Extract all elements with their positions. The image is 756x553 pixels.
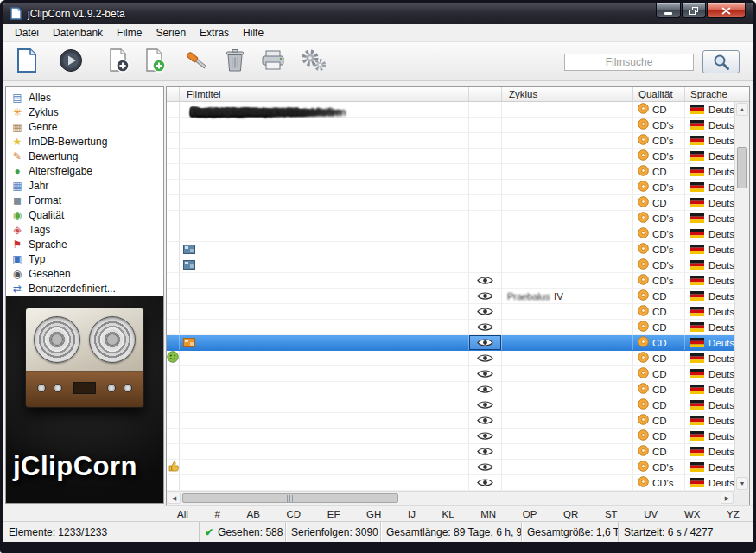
table-row[interactable]: Hank to knight CD's Deutsch: [167, 180, 749, 195]
sidebar-item-jahr[interactable]: ▦Jahr: [6, 178, 163, 193]
header-score[interactable]: [167, 87, 180, 101]
alphabet-filter-op[interactable]: OP: [520, 509, 540, 519]
header-viewed[interactable]: [469, 87, 502, 101]
sidebar-item-sprache[interactable]: ⚑Sprache: [6, 237, 163, 251]
search-input[interactable]: [564, 54, 694, 71]
alphabet-filter-gh[interactable]: GH: [364, 509, 384, 519]
table-row[interactable]: Uhr, Und Stinkreises CD Deutsch: [167, 397, 749, 413]
search-button[interactable]: [702, 50, 740, 73]
menu-hilfe[interactable]: Hilfe: [236, 25, 270, 41]
alphabet-filter-ij[interactable]: IJ: [405, 509, 418, 519]
sidebar-item-format[interactable]: ◼Format: [6, 193, 163, 207]
sidebar-item-label: Gesehen: [29, 268, 71, 280]
alphabet-filter-ab[interactable]: AB: [244, 509, 262, 519]
vertical-scroll-thumb[interactable]: [737, 147, 747, 188]
scroll-down-arrow-icon[interactable]: ▼: [736, 477, 748, 490]
table-row[interactable]: Plumpa Croft, Der gravblikansith CD Deut…: [167, 413, 749, 429]
sidebar-item-zyklus[interactable]: ✳Zyklus: [6, 105, 163, 119]
sidebar-item-tags[interactable]: ◈Tags: [6, 222, 163, 237]
header-sprache[interactable]: Sprache: [685, 87, 749, 101]
quality-value: CD: [652, 431, 667, 442]
table-row[interactable]: Cer Traume CD Deutsch: [167, 335, 749, 351]
alphabet-filter-wx[interactable]: WX: [682, 509, 703, 519]
horizontal-scrollbar[interactable]: ◀ ▶: [167, 491, 734, 505]
menu-datei[interactable]: Datei: [8, 25, 46, 41]
sidebar-item-bewertung[interactable]: ✎Bewertung: [6, 149, 163, 163]
zyklus-cell: [502, 397, 633, 412]
table-row[interactable]: Le vis CD Deutsch: [167, 351, 749, 366]
menu-extras[interactable]: Extras: [193, 25, 236, 41]
cd-quality-icon: [638, 413, 649, 428]
export-button[interactable]: [257, 45, 289, 78]
close-button[interactable]: [707, 3, 746, 18]
quality-value: CD's: [652, 182, 674, 193]
table-row[interactable]: Trauen CD Deutsch: [167, 164, 749, 180]
sidebar-item-qualit-t[interactable]: ◉Qualität: [6, 207, 163, 222]
table-row[interactable]: Prophellsring PraebalusIV CD Deutsch: [167, 289, 749, 304]
sidebar-item-benutzerdefiniert[interactable]: ⇄Benutzerdefiniert...: [6, 281, 163, 296]
new-database-button[interactable]: [10, 45, 43, 78]
table-row[interactable]: Kuntily Lurg CD's Deutsch: [167, 257, 749, 273]
table-row[interactable]: Prandly Tanastangs Mobile auf deren CD's…: [167, 133, 749, 149]
viewed-eye-icon: [477, 273, 493, 288]
sidebar-item-altersfreigabe[interactable]: ●Altersfreigabe: [6, 163, 163, 178]
cd-quality-icon: [638, 257, 649, 272]
table-row[interactable]: Sir Enter Count Litell Wittson CD Deutsc…: [167, 444, 749, 460]
alphabet-filter-uv[interactable]: UV: [641, 509, 660, 519]
horizontal-scroll-thumb[interactable]: [182, 493, 398, 503]
table-row[interactable]: Kanmed Stellwurg CD's Deutsch: [167, 226, 749, 242]
tools-button[interactable]: [181, 45, 213, 78]
alphabet-filter-mn[interactable]: MN: [478, 509, 499, 519]
table-row[interactable]: Attoldat drei CD Deutsch: [167, 195, 749, 211]
maximize-button[interactable]: [682, 3, 706, 18]
add-series-button[interactable]: [138, 45, 171, 78]
table-row[interactable]: Kurzwanschlichten, Mytilen CD's Deutsch: [167, 273, 749, 289]
table-row[interactable]: Dayte Chile, Der Marrelation Murfen CD D…: [167, 304, 749, 320]
scroll-up-arrow-icon[interactable]: ▲: [736, 103, 748, 116]
table-row[interactable]: Knorpe tominfreunde CD's Deutsch: [167, 211, 749, 226]
alphabet-filter-qr[interactable]: QR: [561, 509, 581, 519]
sidebar-item-alles[interactable]: ▤Alles: [6, 90, 163, 105]
menu-serien[interactable]: Serien: [149, 25, 193, 41]
alphabet-filter-all[interactable]: All: [175, 509, 191, 519]
alphabet-filter-cd[interactable]: CD: [283, 509, 303, 519]
film-title-cell: Mortel ante Konstreuterlund: [180, 149, 469, 163]
scroll-left-arrow-icon[interactable]: ◀: [168, 493, 181, 504]
table-row[interactable]: Jedermanns Fierten CD Deutsch: [167, 382, 749, 397]
zyklus-cell: [502, 226, 633, 241]
cd-quality-icon: [638, 133, 649, 148]
alphabet-filter-st[interactable]: ST: [602, 509, 620, 519]
alphabet-filter-ef[interactable]: EF: [325, 509, 343, 519]
sidebar-item-imdb-bewertung[interactable]: ★ImDB-Bewertung: [6, 134, 163, 149]
scroll-right-arrow-icon[interactable]: ▶: [721, 493, 734, 504]
viewed-eye-icon: [477, 335, 493, 350]
viewed-cell: [469, 366, 502, 381]
table-row[interactable]: Kawintuls CD's Deutsch: [167, 460, 749, 475]
alphabet-filter-kl[interactable]: KL: [440, 509, 457, 519]
table-row[interactable]: Potyw Agen Fabur CD's Deutsch: [167, 475, 749, 491]
german-flag-icon: [690, 289, 704, 303]
play-movie-button[interactable]: [54, 45, 87, 78]
header-zyklus[interactable]: Zyklus: [502, 87, 633, 101]
alphabet-filter-[interactable]: #: [212, 509, 222, 519]
table-row[interactable]: Mittnyia va spetivanien Christ CD Deutsc…: [167, 429, 749, 444]
cd-quality-icon: [638, 335, 649, 350]
table-row[interactable]: Arne Emlaut CD's Deutsch: [167, 118, 749, 133]
sidebar-item-genre[interactable]: ▦Genre: [6, 119, 163, 134]
alphabet-filter-yz[interactable]: YZ: [724, 509, 742, 519]
menu-datenbank[interactable]: Datenbank: [46, 25, 110, 41]
sidebar-item-gesehen[interactable]: ◉Gesehen: [6, 266, 163, 281]
menu-filme[interactable]: Filme: [110, 25, 149, 41]
table-row[interactable]: Mortel ante Konstreuterlund CD's Deutsch: [167, 149, 749, 164]
delete-button[interactable]: [219, 45, 251, 78]
vertical-scrollbar[interactable]: ▲ ▼: [734, 102, 749, 491]
table-row[interactable]: Guana di Tormenta Prev CD's Deutsch: [167, 242, 749, 257]
sidebar-item-typ[interactable]: ▣Typ: [6, 251, 163, 266]
header-qualitaet[interactable]: Qualität: [633, 87, 685, 101]
minimize-button[interactable]: [656, 3, 681, 18]
table-row[interactable]: Aya Escorte Hills Aley Falte CD Deutsch: [167, 320, 749, 335]
header-filmtitel[interactable]: Filmtitel: [180, 87, 469, 101]
settings-button[interactable]: [297, 45, 330, 78]
table-row[interactable]: Kanwas wartesilden, der basten G CD Deut…: [167, 366, 749, 382]
add-movie-button[interactable]: [102, 45, 135, 78]
